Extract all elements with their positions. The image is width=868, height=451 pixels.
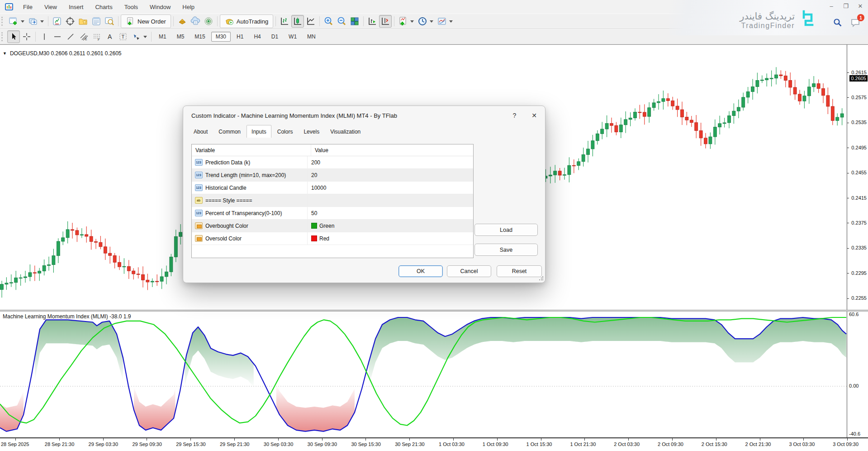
tab-visualization[interactable]: Visualization xyxy=(325,126,365,139)
toolbar-drag-handle[interactable] xyxy=(1,32,5,41)
data-window-button[interactable] xyxy=(64,15,76,28)
table-row[interactable]: Oversold ColorRed xyxy=(192,232,473,245)
auto-scroll-icon[interactable] xyxy=(366,15,379,28)
menu-file[interactable]: File xyxy=(17,3,38,11)
periods-button[interactable] xyxy=(416,15,429,28)
equidistant-channel-tool[interactable]: E xyxy=(77,30,90,43)
reset-button[interactable]: Reset xyxy=(497,265,542,277)
load-button[interactable]: Load xyxy=(474,224,538,236)
timeframe-m5[interactable]: M5 xyxy=(172,32,189,42)
new-chart-button[interactable] xyxy=(7,15,20,28)
price-axis-label: 0.2335 xyxy=(851,245,867,250)
price-axis[interactable]: 0.26150.25750.25350.24950.24550.24150.23… xyxy=(847,44,868,310)
search-icon[interactable] xyxy=(833,18,843,29)
save-button[interactable]: Save xyxy=(474,244,538,256)
menu-insert[interactable]: Insert xyxy=(63,3,90,11)
minimize-button[interactable]: – xyxy=(827,3,835,10)
metaeditor-icon[interactable] xyxy=(189,15,202,28)
signals-icon[interactable] xyxy=(202,15,215,28)
chart-shift-icon[interactable] xyxy=(379,15,392,28)
tab-inputs[interactable]: Inputs xyxy=(247,125,271,138)
table-row[interactable]: 123Prediction Data (k)200 xyxy=(192,156,473,169)
table-row[interactable]: ab===== Style ===== xyxy=(192,194,473,207)
crosshair-tool[interactable] xyxy=(20,30,33,43)
inputs-table[interactable]: Variable Value 123Prediction Data (k)200… xyxy=(191,144,474,258)
vertical-line-tool[interactable] xyxy=(38,30,51,43)
table-row[interactable]: Overbought ColorGreen xyxy=(192,220,473,232)
indicator-canvas[interactable] xyxy=(0,312,847,437)
fibonacci-tool[interactable]: F xyxy=(90,30,103,43)
tab-common[interactable]: Common xyxy=(213,126,246,139)
text-label-tool[interactable]: T xyxy=(117,30,129,43)
bar-chart-icon[interactable] xyxy=(278,15,291,28)
navigator-button[interactable] xyxy=(77,15,90,28)
horizontal-line-tool[interactable] xyxy=(51,30,64,43)
timeframe-w1[interactable]: W1 xyxy=(284,32,301,42)
tab-levels[interactable]: Levels xyxy=(299,126,324,139)
time-axis-label: 1 Oct 15:30 xyxy=(526,441,552,447)
panel-splitter[interactable] xyxy=(0,310,868,312)
parameter-value[interactable] xyxy=(307,194,473,206)
parameter-value[interactable]: 10000 xyxy=(307,182,473,194)
zoom-out-icon[interactable] xyxy=(335,15,348,28)
time-axis[interactable]: 28 Sep 202528 Sep 21:3029 Sep 03:3029 Se… xyxy=(0,437,868,451)
periods-dropdown[interactable] xyxy=(430,20,433,23)
parameter-value[interactable]: 200 xyxy=(307,156,473,168)
chart-dropdown-icon[interactable]: ▼ xyxy=(3,51,7,56)
indicators-dropdown[interactable] xyxy=(410,20,414,23)
parameter-value[interactable]: Red xyxy=(307,232,473,245)
table-row[interactable]: 123Percent of Transperancy(0-100)50 xyxy=(192,207,473,220)
menu-charts[interactable]: Charts xyxy=(89,3,118,11)
chat-icon[interactable]: 1 xyxy=(850,17,861,30)
menu-help[interactable]: Help xyxy=(176,3,200,11)
timeframe-d1[interactable]: D1 xyxy=(267,32,283,42)
cancel-button[interactable]: Cancel xyxy=(447,265,491,277)
menu-view[interactable]: View xyxy=(38,3,63,11)
timeframe-m15[interactable]: M15 xyxy=(190,32,209,42)
indicator-axis[interactable]: 60.60.00-40.6 xyxy=(847,312,868,437)
arrows-tool[interactable] xyxy=(130,30,142,43)
parameter-value[interactable]: 20 xyxy=(307,169,473,181)
timeframe-h1[interactable]: H1 xyxy=(232,32,248,42)
arrows-dropdown[interactable] xyxy=(143,36,147,38)
new-chart-dropdown[interactable] xyxy=(21,20,24,23)
parameter-value[interactable]: Green xyxy=(307,220,473,232)
menu-window[interactable]: Window xyxy=(144,3,176,11)
zoom-in-icon[interactable] xyxy=(322,15,335,28)
timeframe-h4[interactable]: H4 xyxy=(249,32,265,42)
timeframe-m1[interactable]: M1 xyxy=(154,32,171,42)
tile-windows-icon[interactable] xyxy=(348,15,361,28)
dialog-help-button[interactable]: ? xyxy=(512,112,516,119)
market-watch-button[interactable] xyxy=(51,15,63,28)
table-row[interactable]: 123Trend Length (min=10, max=200)20 xyxy=(192,169,473,182)
trendline-tool[interactable] xyxy=(64,30,77,43)
close-button[interactable]: ✕ xyxy=(856,3,864,10)
tab-colors[interactable]: Colors xyxy=(272,126,298,139)
ok-button[interactable]: OK xyxy=(398,265,443,277)
line-chart-icon[interactable] xyxy=(304,15,317,28)
indicators-button[interactable] xyxy=(397,15,409,28)
terminal-button[interactable] xyxy=(90,15,103,28)
table-row[interactable]: 123Historical Candle10000 xyxy=(192,182,473,194)
autotrading-button[interactable]: AutoTrading xyxy=(220,14,273,28)
profiles-button[interactable] xyxy=(27,15,39,28)
menu-tools[interactable]: Tools xyxy=(119,3,144,11)
parameter-value[interactable]: 50 xyxy=(307,207,473,219)
text-tool[interactable]: A xyxy=(104,30,116,43)
market-icon[interactable] xyxy=(176,15,189,28)
dialog-resize-grip[interactable] xyxy=(539,276,543,281)
templates-dropdown[interactable] xyxy=(449,20,453,23)
templates-button[interactable] xyxy=(436,15,448,28)
toolbar-drag-handle[interactable] xyxy=(1,17,5,26)
cursor-tool[interactable] xyxy=(7,30,20,43)
timeframe-m30[interactable]: M30 xyxy=(211,32,231,42)
candlestick-chart-icon[interactable] xyxy=(291,15,304,28)
timeframe-mn[interactable]: MN xyxy=(303,32,320,42)
profiles-dropdown[interactable] xyxy=(40,20,44,23)
strategy-tester-button[interactable] xyxy=(103,15,116,28)
restore-button[interactable]: ❐ xyxy=(842,3,850,10)
dialog-close-button[interactable]: ✕ xyxy=(531,112,537,119)
new-order-button[interactable]: New Order xyxy=(121,14,171,28)
tab-about[interactable]: About xyxy=(189,126,213,139)
dialog-title-bar[interactable]: Custom Indicator - Machine Learning Mome… xyxy=(183,106,545,125)
